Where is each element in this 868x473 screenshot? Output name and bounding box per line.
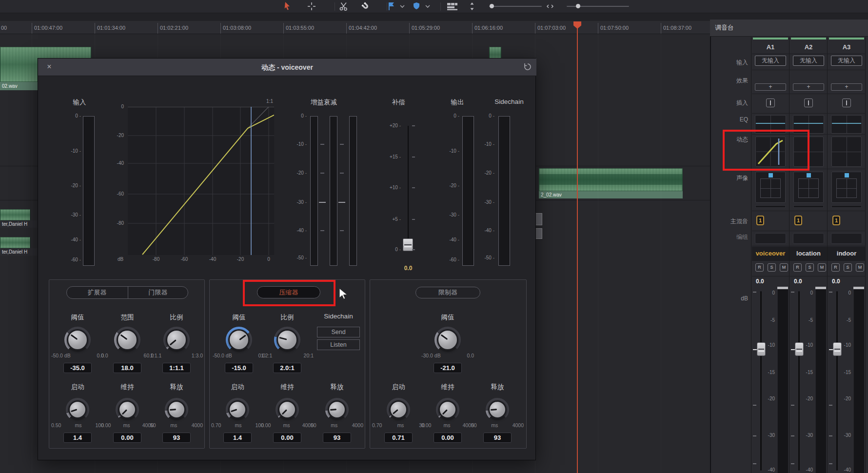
main-bus-badge[interactable]: 1 — [756, 216, 764, 225]
tab-limiter[interactable]: 限制器 — [415, 287, 480, 298]
expander-hold-value[interactable]: 0.00 — [113, 433, 141, 443]
mute-button[interactable]: M — [856, 263, 864, 272]
expander-threshold-value[interactable]: -35.0 — [63, 363, 92, 373]
compressor-hold-value[interactable]: 0.00 — [273, 433, 301, 443]
tab-expander[interactable]: 扩展器 — [67, 287, 127, 298]
insert-toggle-button[interactable] — [842, 99, 851, 107]
compressor-hold-knob[interactable] — [278, 400, 296, 419]
input-select-button[interactable]: 无输入 — [831, 56, 862, 66]
insert-toggle-button[interactable] — [804, 99, 813, 107]
flag-icon[interactable] — [386, 1, 399, 12]
channel-header[interactable]: A2 — [790, 41, 827, 53]
solo-button[interactable]: S — [806, 263, 814, 272]
razor-icon[interactable] — [338, 1, 351, 12]
compressor-threshold-knob[interactable] — [228, 329, 250, 351]
dynamics-thumbnail[interactable] — [831, 137, 862, 167]
limiter-hold-knob[interactable] — [438, 400, 457, 419]
compressor-attack-knob[interactable] — [228, 400, 247, 419]
expander-release-knob[interactable] — [167, 400, 186, 419]
sidechain-listen-button[interactable]: Listen — [317, 339, 360, 350]
expander-ratio-value[interactable]: 1:1.1 — [162, 363, 191, 373]
makeup-slider-track[interactable] — [408, 126, 409, 249]
mute-button[interactable]: M — [780, 263, 788, 272]
chevron-down-icon[interactable] — [399, 1, 412, 12]
limiter-attack-knob[interactable] — [389, 400, 408, 419]
expander-ratio-knob[interactable] — [166, 329, 187, 351]
pan-thumbnail[interactable] — [793, 172, 824, 203]
chevron-down-icon[interactable] — [424, 1, 437, 12]
makeup-value[interactable]: 0.0 — [396, 265, 420, 273]
solo-button[interactable]: S — [768, 263, 776, 272]
horizontal-zoom-icon[interactable] — [545, 1, 558, 12]
track-name[interactable]: voiceover — [752, 249, 789, 258]
solo-button[interactable]: S — [844, 263, 852, 272]
expander-threshold-knob[interactable] — [67, 329, 88, 351]
mute-button[interactable]: M — [818, 263, 826, 272]
expander-attack-knob[interactable] — [68, 400, 87, 419]
record-arm-button[interactable]: R — [831, 263, 840, 272]
expander-range-value[interactable]: 18.0 — [113, 363, 141, 373]
limiter-release-value[interactable]: 93 — [483, 433, 512, 443]
fader-track[interactable] — [760, 291, 762, 471]
marker-icon[interactable] — [411, 1, 424, 12]
pan-slider[interactable] — [793, 205, 824, 208]
pointer-tool-icon[interactable] — [282, 1, 295, 12]
limiter-release-knob[interactable] — [488, 400, 507, 419]
input-select-button[interactable]: 无输入 — [793, 56, 824, 66]
close-icon[interactable]: × — [45, 62, 54, 71]
group-box[interactable] — [831, 233, 862, 244]
track-name[interactable]: indoor — [828, 249, 865, 258]
limiter-threshold-knob[interactable] — [437, 329, 458, 351]
dialog-header[interactable]: 动态 - voiceover × — [38, 59, 536, 76]
compressor-attack-value[interactable]: 1.4 — [223, 433, 252, 443]
main-bus-badge[interactable]: 1 — [794, 216, 802, 225]
compressor-release-value[interactable]: 93 — [323, 433, 351, 443]
group-box[interactable] — [755, 233, 786, 244]
audio-clip[interactable] — [0, 237, 30, 248]
zoom-slider[interactable] — [489, 4, 542, 9]
compressor-threshold-value[interactable]: -15.0 — [225, 363, 253, 373]
eq-thumbnail[interactable] — [831, 115, 862, 134]
track-name[interactable]: location — [790, 249, 827, 258]
expander-hold-knob[interactable] — [118, 400, 137, 419]
record-arm-button[interactable]: R — [793, 263, 802, 272]
limiter-attack-value[interactable]: 0.71 — [384, 433, 413, 443]
input-select-button[interactable]: 无输入 — [755, 56, 786, 66]
record-arm-button[interactable]: R — [755, 263, 764, 272]
insert-toggle-button[interactable] — [766, 99, 775, 107]
fader-handle[interactable] — [833, 342, 842, 356]
detail-zoom-slider[interactable] — [567, 4, 629, 9]
fader-handle[interactable] — [757, 342, 766, 356]
compressor-ratio-knob[interactable] — [276, 329, 298, 351]
main-bus-badge[interactable]: 1 — [832, 216, 840, 225]
limiter-threshold-value[interactable]: -21.0 — [434, 363, 462, 373]
limiter-hold-value[interactable]: 0.00 — [434, 433, 462, 443]
snap-magnet-icon[interactable] — [360, 1, 373, 12]
compressor-release-knob[interactable] — [328, 400, 346, 419]
pan-thumbnail[interactable] — [831, 172, 862, 203]
makeup-slider-handle[interactable] — [403, 238, 413, 251]
fader-track[interactable] — [836, 291, 838, 471]
fader-track[interactable] — [798, 291, 800, 471]
timeline-ruler[interactable]: 01:00:47:0001:01:34:0001:02:21:0001:03:0… — [0, 21, 710, 34]
playhead-line[interactable] — [577, 28, 578, 473]
add-effect-button[interactable]: + — [755, 83, 786, 91]
fader-handle[interactable] — [795, 342, 804, 356]
expander-range-knob[interactable] — [117, 329, 138, 351]
channel-header[interactable]: A3 — [828, 41, 865, 53]
track-layout-icon[interactable] — [446, 1, 459, 12]
compressor-ratio-value[interactable]: 2.0:1 — [273, 363, 301, 373]
group-box[interactable] — [793, 233, 824, 244]
reset-icon[interactable] — [523, 62, 533, 72]
sidechain-send-button[interactable]: Send — [317, 327, 360, 337]
expander-attack-value[interactable]: 1.4 — [63, 433, 92, 443]
track-height-icon[interactable] — [468, 1, 481, 12]
transfer-curve-graph[interactable] — [128, 107, 274, 255]
pan-slider[interactable] — [831, 205, 862, 208]
channel-header[interactable]: A1 — [752, 41, 789, 53]
add-effect-button[interactable]: + — [831, 83, 862, 91]
tab-gate[interactable]: 门限器 — [128, 287, 188, 298]
audio-clip[interactable] — [0, 209, 30, 220]
add-effect-button[interactable]: + — [793, 83, 824, 91]
pan-slider[interactable] — [755, 205, 786, 208]
